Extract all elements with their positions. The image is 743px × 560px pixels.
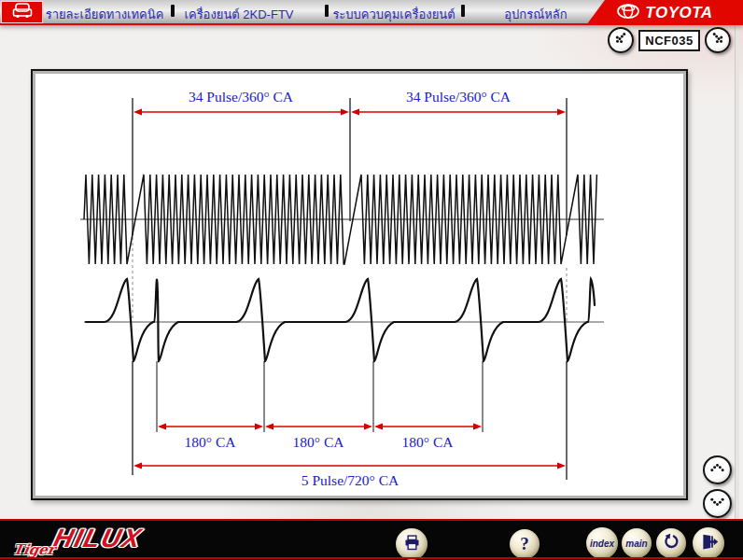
scroll-down-button[interactable] xyxy=(703,489,732,518)
diagram-panel: 34 Pulse/360° CA 34 Pulse/360° CA 180° C… xyxy=(31,69,688,500)
prev-page-button[interactable] xyxy=(608,27,634,53)
menu-separator xyxy=(461,5,465,17)
dim-label-34pulse-left: 34 Pulse/360° CA xyxy=(189,89,294,105)
menu-item-engine-control-system[interactable]: ระบบควบคุมเครื่องยนต์ xyxy=(332,5,455,24)
dim-label-180ca-1: 180° CA xyxy=(185,434,237,450)
toyota-wordmark: TOYOTA xyxy=(645,4,712,22)
menu-item-main-equipment[interactable]: อุปกรณ์หลัก xyxy=(504,5,567,24)
dim-label-34pulse-right: 34 Pulse/360° CA xyxy=(406,89,512,105)
dots-down-icon xyxy=(708,492,727,515)
bottom-bar: HILUX Tiger ? index main xyxy=(0,519,743,560)
hilux-logo: HILUX xyxy=(50,524,146,553)
next-page-button[interactable] xyxy=(705,27,731,53)
toyota-logo: TOYOTA xyxy=(586,0,743,25)
car-icon xyxy=(10,1,35,23)
dim-label-180ca-3: 180° CA xyxy=(402,434,455,450)
back-refresh-button[interactable] xyxy=(656,528,686,558)
menu-item-technical-details[interactable]: รายละเอียดทางเทคนิค xyxy=(46,5,164,24)
print-icon xyxy=(402,533,422,556)
page-code: NCF035 xyxy=(645,34,693,48)
page-code-box: NCF035 xyxy=(638,30,700,51)
dots-up-icon xyxy=(708,458,727,482)
toyota-emblem-icon xyxy=(616,3,640,23)
index-button-label: index xyxy=(590,539,614,549)
window-right-edge xyxy=(735,24,739,520)
menu-item-engine-2kd-ftv[interactable]: เครื่องยนต์ 2KD-FTV xyxy=(184,5,293,24)
tiger-logo: Tiger xyxy=(11,541,56,558)
menu-separator xyxy=(325,5,329,17)
index-button[interactable]: index xyxy=(586,527,618,559)
refresh-icon xyxy=(662,532,680,554)
print-button[interactable] xyxy=(396,528,428,560)
sensor-waveform-chart: 34 Pulse/360° CA 34 Pulse/360° CA 180° C… xyxy=(33,71,686,498)
dots-next-icon xyxy=(708,29,727,51)
dots-prev-icon xyxy=(611,29,630,51)
dim-label-180ca-2: 180° CA xyxy=(293,434,345,450)
exit-icon xyxy=(699,532,719,555)
help-button[interactable]: ? xyxy=(510,529,540,559)
chart-lines xyxy=(80,98,604,480)
question-icon: ? xyxy=(520,534,529,554)
dim-label-5pulse-720ca: 5 Pulse/720° CA xyxy=(301,472,400,488)
main-button[interactable]: main xyxy=(622,528,652,558)
main-button-label: main xyxy=(625,539,647,549)
top-menu-bar: รายละเอียดทางเทคนิค เครื่องยนต์ 2KD-FTV … xyxy=(0,0,743,25)
scroll-up-button[interactable] xyxy=(703,455,732,484)
menu-separator xyxy=(171,5,175,17)
exit-button[interactable] xyxy=(693,527,724,559)
home-vehicle-button[interactable] xyxy=(1,1,43,23)
